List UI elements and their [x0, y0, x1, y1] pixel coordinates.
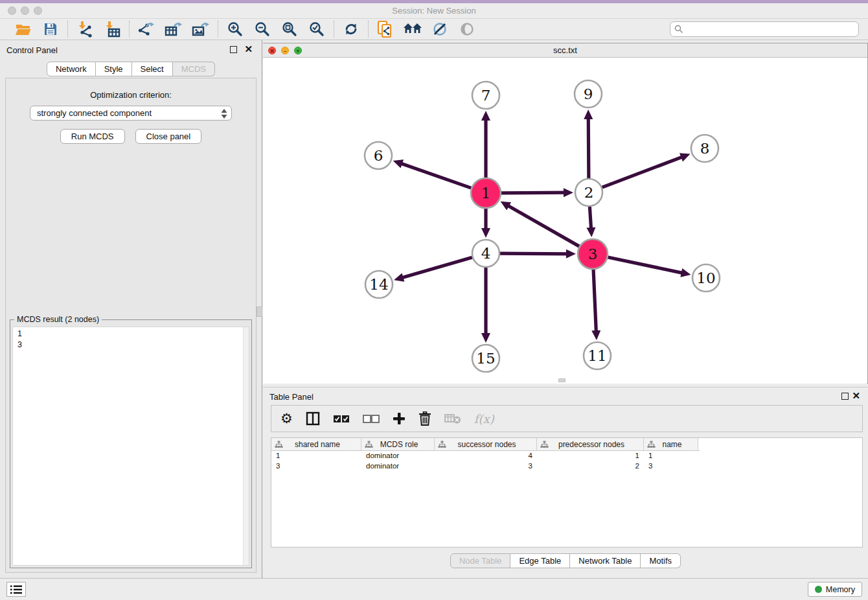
tab-style[interactable]: Style: [96, 62, 132, 76]
split-drag-handle[interactable]: [257, 306, 262, 317]
export-network-button[interactable]: [137, 20, 155, 38]
style-brush-icon: [432, 21, 448, 37]
graph-node-label: 3: [588, 246, 598, 262]
table-cell[interactable]: 1: [537, 451, 644, 461]
optimization-criterion-label: Optimization criterion:: [6, 90, 256, 100]
graph-node-label: 15: [476, 350, 495, 367]
graph-edge-3-10[interactable]: [608, 257, 685, 273]
table-settings-gear-icon[interactable]: ⚙: [280, 412, 293, 425]
float-panel-icon[interactable]: [230, 46, 237, 53]
table-row[interactable]: 1dominator411: [271, 451, 862, 461]
graph-edge-4-14[interactable]: [399, 257, 472, 279]
graph-edge-4-3[interactable]: [500, 253, 571, 254]
delete-trash-icon[interactable]: [418, 411, 431, 426]
table-cell[interactable]: 2: [537, 461, 644, 472]
import-table-button[interactable]: [103, 20, 121, 38]
tab-network-table[interactable]: Network Table: [570, 553, 641, 568]
eye-button[interactable]: [458, 20, 476, 38]
select-stepper-icon: [220, 108, 228, 119]
clone-network-button[interactable]: [376, 20, 394, 38]
graph-edge-2-9[interactable]: [588, 115, 589, 178]
mcds-result-scrollbar[interactable]: [243, 327, 249, 565]
table-cell[interactable]: 1: [271, 451, 361, 461]
window-title: Session: New Session: [0, 6, 868, 16]
column-header-successor-nodes[interactable]: successor nodes: [435, 438, 537, 450]
run-mcds-button[interactable]: Run MCDS: [60, 129, 125, 144]
list-icon: [10, 584, 23, 595]
save-session-button[interactable]: [41, 20, 60, 38]
tab-network[interactable]: Network: [47, 62, 96, 76]
eye-icon: [459, 21, 475, 37]
column-header-shared-name[interactable]: shared name: [271, 438, 361, 450]
mcds-result-textarea[interactable]: 13: [12, 327, 249, 566]
float-panel-icon[interactable]: [841, 393, 849, 400]
main-toolbar: [0, 19, 868, 40]
export-image-button[interactable]: [192, 20, 210, 38]
graph-edge-2-8[interactable]: [602, 156, 686, 187]
table-cell[interactable]: 4: [435, 451, 537, 461]
zoom-fit-button[interactable]: [280, 20, 299, 38]
table-cell[interactable]: 3: [644, 461, 698, 472]
style-button[interactable]: [431, 20, 449, 38]
open-session-button[interactable]: [14, 20, 32, 38]
graph-edge-1-2[interactable]: [501, 192, 568, 193]
criterion-selected-value: strongly connected component: [37, 108, 152, 118]
column-header-MCDS-role[interactable]: MCDS role: [361, 438, 435, 450]
houses-icon: [403, 22, 422, 36]
export-table-button[interactable]: [165, 20, 183, 38]
close-panel-icon[interactable]: ✕: [244, 45, 253, 52]
table-cell[interactable]: dominator: [361, 461, 435, 472]
memory-button[interactable]: Memory: [808, 582, 862, 597]
close-panel-icon[interactable]: ✕: [852, 392, 860, 399]
column-header-predecessor-nodes[interactable]: predecessor nodes: [537, 438, 644, 450]
graph-edge-3-1[interactable]: [505, 204, 580, 246]
search-input[interactable]: [670, 21, 859, 37]
tab-motifs[interactable]: Motifs: [641, 553, 681, 568]
graph-edge-1-6[interactable]: [398, 163, 471, 189]
column-header-name[interactable]: name: [644, 438, 698, 450]
deselect-all-icon[interactable]: [363, 415, 380, 423]
graph-node-label: 4: [481, 245, 491, 262]
task-history-button[interactable]: [6, 582, 26, 597]
table-cell[interactable]: 3: [435, 461, 537, 472]
network-resize-handle[interactable]: [558, 378, 565, 382]
table-row[interactable]: 3dominator323: [271, 461, 862, 472]
table-cell[interactable]: 3: [271, 461, 361, 472]
open-folder-icon: [15, 22, 32, 36]
zoom-selected-button[interactable]: [308, 20, 326, 38]
graph-node-label: 11: [588, 347, 606, 364]
mcds-result-title: MCDS result (2 nodes): [14, 315, 102, 324]
graph-edge-3-11[interactable]: [593, 270, 597, 335]
tab-node-table[interactable]: Node Table: [450, 553, 511, 568]
node-table[interactable]: shared nameMCDS rolesuccessor nodesprede…: [271, 437, 863, 548]
network-window-titlebar: ✕ – + scc.txt: [263, 43, 867, 58]
graph-node-label: 1: [481, 185, 491, 202]
table-toolbar: ⚙: [271, 405, 863, 432]
search-field-wrap: [670, 21, 859, 37]
home-button[interactable]: [404, 20, 422, 38]
status-bar: Memory: [0, 578, 868, 600]
show-columns-icon[interactable]: [306, 411, 320, 426]
close-panel-button[interactable]: Close panel: [135, 129, 202, 144]
edge-arrowhead: [591, 330, 600, 340]
criterion-select[interactable]: strongly connected component: [30, 106, 232, 121]
import-network-button[interactable]: [76, 20, 94, 38]
table-cell[interactable]: dominator: [361, 451, 435, 461]
refresh-button[interactable]: [342, 20, 360, 38]
select-all-icon[interactable]: [333, 415, 350, 423]
zoom-in-button[interactable]: [226, 20, 244, 38]
tab-select[interactable]: Select: [132, 62, 173, 76]
tab-mcds[interactable]: MCDS: [173, 62, 215, 76]
table-panel-title: Table Panel: [269, 392, 314, 402]
tab-edge-table[interactable]: Edge Table: [510, 553, 570, 568]
export-network-icon: [138, 21, 155, 38]
zoom-in-icon: [227, 21, 243, 37]
zoom-out-button[interactable]: [253, 20, 271, 38]
add-row-icon[interactable]: [393, 412, 405, 425]
network-graph-canvas[interactable]: 1234678910111415: [263, 58, 867, 384]
delete-table-icon-disabled: [444, 413, 461, 424]
graph-node-label: 14: [369, 276, 388, 293]
memory-status-dot: [815, 586, 822, 593]
table-cell[interactable]: 1: [644, 451, 698, 461]
clone-network-icon: [377, 20, 394, 38]
